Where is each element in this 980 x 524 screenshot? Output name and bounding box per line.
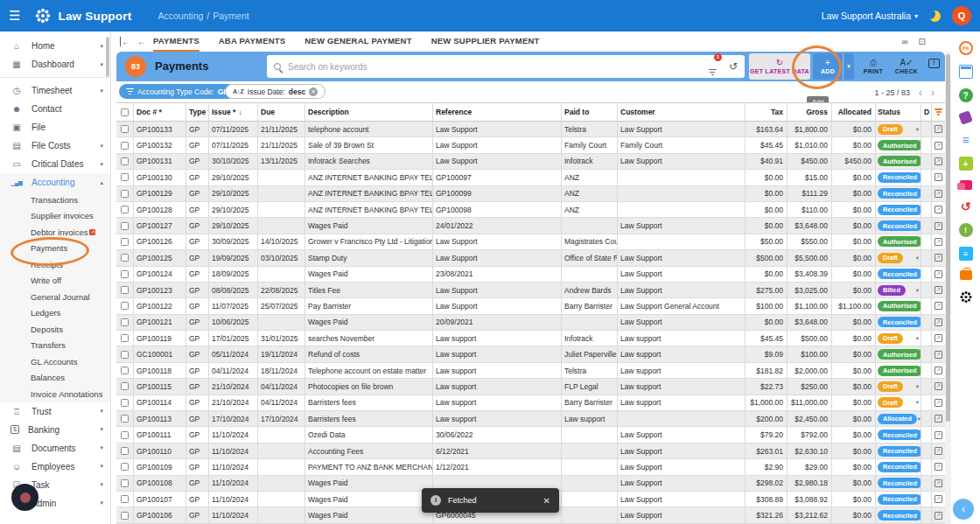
open-record-icon[interactable]: ↗ xyxy=(934,157,942,165)
row-checkbox[interactable] xyxy=(121,173,129,181)
check-button[interactable]: A✓ CHECK xyxy=(890,53,923,80)
agenda-icon[interactable]: ≡ xyxy=(959,247,973,261)
open-record-icon[interactable]: ↗ xyxy=(934,495,942,503)
open-record-icon[interactable]: ↗ xyxy=(934,463,942,471)
open-record-icon[interactable]: ↗ xyxy=(934,254,942,262)
status-dropdown-icon[interactable]: ▾ xyxy=(915,287,919,294)
status-dropdown-icon[interactable]: ▾ xyxy=(915,335,919,342)
row-checkbox[interactable] xyxy=(121,479,129,487)
status-badge[interactable]: Reconciled xyxy=(878,317,921,327)
table-row-GP100124[interactable]: GP100124GP18/09/2025Wages Paid23/08/2021… xyxy=(116,267,945,283)
column-header-cust[interactable]: Customer xyxy=(618,103,746,121)
calendar-icon[interactable] xyxy=(959,65,973,79)
sidebar-subitem-deposits[interactable]: Deposits xyxy=(0,321,110,338)
close-icon[interactable]: ✕ xyxy=(309,87,318,96)
row-checkbox[interactable] xyxy=(121,222,129,230)
chat-icon[interactable] xyxy=(960,180,972,190)
table-row-GP100114[interactable]: GP100114GP21/10/202404/11/2024Barristers… xyxy=(116,395,945,411)
table-row-GP100125[interactable]: GP100125GP19/09/202503/10/2025Stamp Duty… xyxy=(116,250,945,266)
row-checkbox[interactable] xyxy=(121,463,129,471)
open-record-icon[interactable]: ↗ xyxy=(934,367,942,374)
org-selector[interactable]: Law Support Australia ▾ xyxy=(822,10,918,21)
accounting-type-filter-chip[interactable]: Accounting Type Code:GP xyxy=(119,84,235,99)
row-checkbox[interactable] xyxy=(121,125,129,133)
sidebar-item-file-costs[interactable]: ▤File Costs▾ xyxy=(0,136,110,155)
sidebar-subitem-gl-accounts[interactable]: GL Accounts xyxy=(0,353,110,370)
open-record-icon[interactable]: ↗ xyxy=(934,351,942,359)
avatar[interactable]: Q xyxy=(952,6,971,25)
table-row-GP100119[interactable]: GP100119GP17/01/202531/01/2025searches N… xyxy=(116,331,945,346)
row-checkbox[interactable] xyxy=(121,447,129,455)
open-record-icon[interactable]: ↗ xyxy=(934,190,942,198)
progress-0-percent-icon[interactable]: 0% xyxy=(959,41,973,55)
feedback-icon[interactable]: ! xyxy=(928,59,940,68)
column-header-type[interactable]: Type * xyxy=(186,103,209,121)
status-badge[interactable]: Reconciled xyxy=(878,446,921,457)
sidebar-item-trust[interactable]: ♖Trust▾ xyxy=(0,402,110,421)
sidebar-subitem-transfers[interactable]: Transfers xyxy=(0,338,110,354)
row-checkbox[interactable] xyxy=(121,367,129,374)
status-dropdown-icon[interactable]: ▾ xyxy=(917,416,920,423)
sidebar-subitem-supplier-invoices[interactable]: Supplier invoices xyxy=(0,208,110,225)
menu-icon[interactable]: ☰ xyxy=(9,8,20,24)
sidebar-subitem-payments[interactable]: Payments xyxy=(0,241,110,257)
status-badge[interactable]: Authorised xyxy=(878,301,921,311)
status-badge[interactable]: Authorised xyxy=(878,236,921,247)
open-record-icon[interactable]: ↗ xyxy=(934,206,942,213)
sidebar-subitem-ledgers[interactable]: Ledgers xyxy=(0,305,110,322)
status-dropdown-icon[interactable]: ▾ xyxy=(915,383,919,390)
sidebar-item-home[interactable]: ⌂Home▾ xyxy=(0,37,110,55)
sidebar-item-dashboard[interactable]: ▦Dashboard▾ xyxy=(0,55,110,73)
sidebar-item-employees[interactable]: ☺Employees▾ xyxy=(0,458,110,476)
status-badge[interactable]: Reconciled xyxy=(878,269,921,279)
add-comment-icon[interactable]: + xyxy=(959,157,973,171)
table-row-GP100121[interactable]: GP100121GP10/06/2025Wages Paid20/09/2021… xyxy=(116,315,945,331)
open-record-icon[interactable]: ↗ xyxy=(934,238,942,246)
open-record-icon[interactable]: ↗ xyxy=(934,318,942,326)
open-record-icon[interactable]: ↗ xyxy=(934,415,942,423)
column-header-paid[interactable]: Paid to xyxy=(562,103,618,121)
sidebar-item-critical-dates[interactable]: ▭Critical Dates▾ xyxy=(0,155,110,173)
first-page-icon[interactable]: ← xyxy=(120,37,130,46)
table-scrollbar-thumb[interactable] xyxy=(946,54,950,422)
table-row-GP100129[interactable]: GP100129GP29/10/2025ANZ INTERNET BANKING… xyxy=(116,186,945,202)
row-checkbox[interactable] xyxy=(121,431,129,439)
column-header-issue[interactable]: Issue *↓ xyxy=(209,103,258,121)
table-row-GP100113[interactable]: GP100113GP17/10/202417/10/2024Barristers… xyxy=(116,411,945,427)
tag-icon[interactable] xyxy=(958,110,973,125)
column-header-desc[interactable]: Description xyxy=(305,103,433,121)
status-badge[interactable]: Authorised xyxy=(878,366,921,376)
dark-mode-toggle-icon[interactable] xyxy=(929,10,941,22)
sidebar-subitem-write-off[interactable]: Write off xyxy=(0,273,110,290)
breadcrumb-parent[interactable]: Accounting xyxy=(158,10,203,21)
history-icon[interactable]: ↺ xyxy=(729,60,738,73)
status-badge[interactable]: Draft xyxy=(878,124,903,135)
open-record-icon[interactable]: ↗ xyxy=(934,222,942,230)
column-header-alloc[interactable]: Allocated xyxy=(832,103,876,121)
briefcase-icon[interactable] xyxy=(960,270,972,280)
table-row-GP100118[interactable]: GP100118GP04/11/202418/11/2024Telephone … xyxy=(116,363,945,379)
sidebar-item-timesheet[interactable]: ◷Timesheet▾ xyxy=(0,81,110,100)
column-header-status[interactable]: Status xyxy=(876,103,921,121)
sidebar-subitem-debtor-invoices[interactable]: Debtor invoices↗ xyxy=(0,224,110,241)
open-record-icon[interactable]: ↗ xyxy=(934,382,942,390)
sidebar-scrollbar[interactable] xyxy=(106,37,109,77)
row-checkbox[interactable] xyxy=(121,351,129,359)
status-badge[interactable]: Reconciled xyxy=(878,220,921,231)
select-all-checkbox[interactable] xyxy=(121,108,129,116)
open-record-icon[interactable]: ↗ xyxy=(934,334,942,342)
tab-new-supplier-payment[interactable]: NEW SUPPLIER PAYMENT xyxy=(431,31,540,52)
row-checkbox[interactable] xyxy=(121,512,129,520)
sidebar-subitem-receipts[interactable]: Receipts xyxy=(0,256,110,273)
row-checkbox[interactable] xyxy=(121,206,129,213)
row-checkbox[interactable] xyxy=(121,238,129,246)
table-row-GP100115[interactable]: GP100115GP21/10/202404/11/2024Photocopie… xyxy=(116,379,945,395)
open-record-icon[interactable]: ↗ xyxy=(934,512,942,520)
status-badge[interactable]: Reconciled xyxy=(878,462,921,472)
table-row-GP100130[interactable]: GP100130GP29/10/2025ANZ INTERNET BANKING… xyxy=(116,170,945,185)
status-badge[interactable]: Draft xyxy=(878,253,903,263)
open-record-icon[interactable]: ↗ xyxy=(934,142,942,150)
sidebar-item-accounting[interactable]: ▁▄▆Accounting▴ xyxy=(0,173,110,192)
status-badge[interactable]: Reconciled xyxy=(878,430,921,440)
open-record-icon[interactable]: ↗ xyxy=(934,270,942,278)
